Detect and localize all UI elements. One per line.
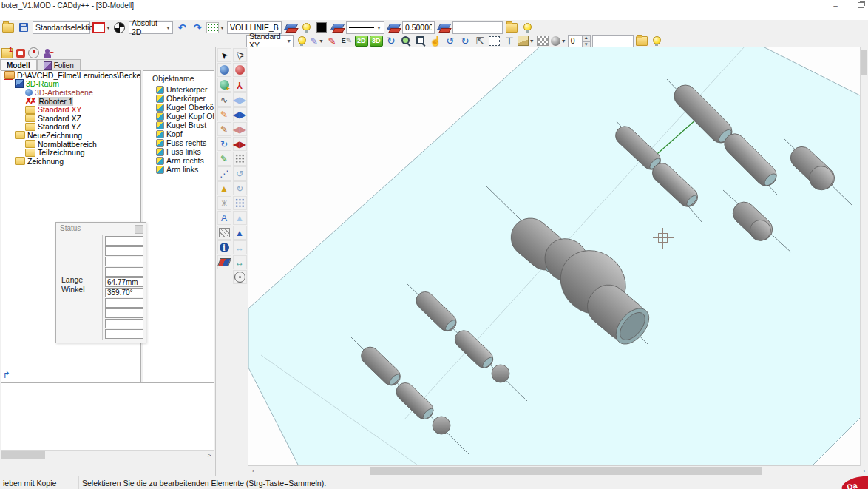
object-list-item[interactable]: Fuss rechts (143, 138, 214, 147)
tab-folien[interactable]: Folien (37, 59, 81, 70)
minimize-button[interactable]: – (831, 1, 840, 10)
tree-item-standard-xy[interactable]: Standard XY (1, 105, 140, 114)
move-arrows-blue-icon[interactable]: ◀▶ (233, 107, 247, 121)
scroll-thumb[interactable] (1, 451, 45, 459)
view-3d-button[interactable]: 3D (370, 35, 383, 47)
folder-button[interactable] (635, 35, 648, 47)
linestyle-combo[interactable]: ▼ (346, 21, 384, 34)
dots-grid-icon[interactable] (233, 152, 247, 166)
dots-grid-blue-icon[interactable] (233, 196, 247, 210)
render-mode-button[interactable]: ▼ (518, 35, 535, 47)
zoom-region-button[interactable] (488, 35, 501, 47)
pencil-move-icon[interactable]: ✎ (217, 122, 231, 136)
object-list-item[interactable]: Oberkörper (143, 94, 214, 103)
status-field[interactable] (105, 319, 143, 328)
tree-item-3d-arbeitsebene[interactable]: 3D-Arbeitsebene (1, 88, 140, 97)
apply-linewidth-button[interactable] (437, 21, 450, 34)
pan-button[interactable]: ☝ (429, 35, 442, 47)
red-dice-button[interactable] (15, 47, 26, 58)
object-list-item[interactable]: Unterkörper (143, 85, 214, 94)
selection-mode-combo[interactable]: Standardselektion ▼ (33, 21, 90, 34)
select-cursor-icon[interactable]: ➤ (217, 48, 231, 62)
sphere-red-icon[interactable] (233, 63, 247, 77)
info-icon[interactable]: i (217, 240, 231, 254)
text-a-icon[interactable]: A (217, 211, 231, 225)
status-field[interactable]: 64.77mm (105, 277, 143, 287)
shading-button[interactable]: ▼ (551, 35, 566, 47)
pen-dropdown-button[interactable]: ✎▼ (310, 35, 324, 47)
save-button[interactable] (17, 21, 30, 34)
scroll-right-arrow[interactable]: > (205, 451, 214, 459)
stretch-h-pale-icon[interactable]: ↔ (233, 240, 247, 254)
arrow-up-blue-icon[interactable]: ▲ (233, 226, 247, 240)
scroll-track[interactable] (1, 451, 205, 459)
tree-item-zeichnung[interactable]: Zeichnung (1, 157, 140, 166)
status-field[interactable] (105, 267, 143, 277)
object-list-item[interactable]: Fuss links (143, 147, 214, 156)
pen-red-button[interactable]: ✎ (325, 35, 339, 47)
pencil-orange-icon[interactable]: ✎ (217, 107, 231, 121)
apply-color-button[interactable] (330, 21, 344, 34)
undo-button[interactable]: ↶ (175, 21, 189, 34)
status-field[interactable] (105, 236, 143, 246)
bulb-button[interactable] (650, 35, 663, 47)
layer-visibility-button[interactable] (299, 21, 313, 34)
tree-item-teilzeichnung[interactable]: Teilzeichnung (1, 148, 140, 157)
tree-item-standard-xz[interactable]: Standard XZ (1, 114, 140, 123)
status-field[interactable] (105, 298, 143, 308)
stretch-h-green-icon[interactable]: ↔ (233, 255, 247, 269)
scroll-left-arrow[interactable]: ‹ (248, 466, 257, 476)
toolbar2-extra-input[interactable] (592, 35, 634, 47)
hook-arrow-icon[interactable]: ↰ (3, 370, 10, 380)
layer-grid-button[interactable] (1, 47, 13, 58)
arrow-up-pale-icon[interactable]: ▲ (233, 211, 247, 225)
viewport-vscrollbar[interactable] (860, 47, 868, 466)
rotate-gray-right-icon[interactable]: ↻ (233, 181, 247, 195)
sphere-blue-icon[interactable] (217, 63, 231, 77)
tree-item-3d-raum[interactable]: 3D-Raum (1, 80, 140, 89)
status-field[interactable] (105, 329, 143, 339)
coord-sphere-button[interactable] (113, 21, 126, 34)
measure-button[interactable]: ⊤ (503, 35, 516, 47)
selection-box-button[interactable]: ▼ (92, 21, 111, 34)
viewport-3d[interactable]: ‹ › (248, 47, 868, 476)
object-list-item[interactable]: Arm rechts (143, 156, 214, 165)
zoom-in-button[interactable] (399, 35, 413, 47)
dots-arrow-icon[interactable]: ⋰ (217, 166, 231, 181)
select-cursor-white-icon[interactable]: ➤ (233, 48, 247, 62)
tree-item-standard-yz[interactable]: Standard YZ (1, 123, 140, 132)
status-dialog-title[interactable]: Status (56, 223, 146, 234)
object-list-item[interactable]: Kugel Oberkörper Ur (143, 103, 214, 112)
object-list-item[interactable]: Kugel Brust (143, 121, 214, 129)
tree-item-root-path[interactable]: D:\AVCHD_Filme\Lernvideos\BeckerCAD 3D P… (1, 71, 140, 80)
pen-element-button[interactable]: E✎ (340, 35, 353, 47)
sphere-green-icon[interactable] (217, 78, 231, 92)
tree-item-normblattbereich[interactable]: Normblattbereich (1, 140, 140, 149)
hatch-icon[interactable] (217, 226, 231, 240)
move-arrows-pale-icon[interactable]: ◀▶ (233, 92, 247, 107)
coordinate-mode-combo[interactable]: Absolut 2D ▼ (129, 21, 173, 34)
view-2d-button[interactable]: 2D (355, 35, 368, 47)
move-arrows-red-icon[interactable]: ◀▶ (233, 137, 247, 151)
extra-input[interactable] (452, 21, 503, 34)
object-list-item[interactable]: Kugel Kopf Oberkörp (143, 112, 214, 121)
grid-settings-button[interactable]: ▼ (206, 21, 225, 34)
eraser-icon[interactable] (217, 255, 231, 269)
pencil-green-icon[interactable]: ✎ (217, 152, 231, 166)
redo-button[interactable]: ↷ (191, 21, 204, 34)
scroll-right-arrow[interactable]: › (860, 466, 868, 476)
status-field[interactable]: 359.70° (105, 288, 143, 297)
status-field[interactable] (105, 308, 143, 318)
user-button[interactable] (41, 47, 52, 58)
clock-button[interactable] (28, 47, 39, 58)
layer-bulb-button[interactable] (521, 21, 534, 34)
flag-mountain-icon[interactable]: ▲ (217, 181, 231, 195)
zoom-extents-button[interactable]: ⇱ (473, 35, 486, 47)
scroll-track[interactable] (257, 466, 860, 476)
status-field[interactable] (105, 257, 143, 266)
move-arrows-redpale-icon[interactable]: ◀▶ (233, 122, 247, 136)
spin-up-icon[interactable]: ▲ (583, 35, 591, 41)
layer-folder-button[interactable] (505, 21, 518, 34)
rotate-view-left-button[interactable]: ↺ (444, 35, 457, 47)
rotate-view-right-button[interactable]: ↻ (458, 35, 472, 47)
